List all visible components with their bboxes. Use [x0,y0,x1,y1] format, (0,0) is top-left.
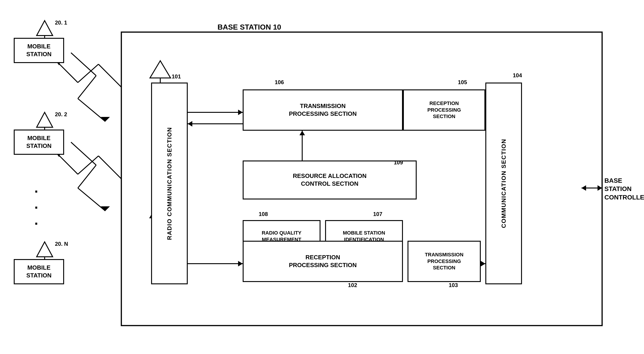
antenna-msN [36,241,54,259]
dots-left2: · [34,200,38,215]
tx-proc-top-box: TRANSMISSION PROCESSING SECTION [243,89,403,131]
resource-alloc-label: RESOURCE ALLOCATION CONTROL SECTION [293,172,366,188]
ref-106: 106 [275,79,284,86]
svg-marker-38 [481,261,485,266]
svg-marker-4 [101,117,110,121]
antenna-ms2 [36,111,54,129]
tx-proc-bot-box: TRANSMISSION PROCESSING SECTION [408,241,481,282]
radio-comm-label: RADIO COMMUNICATION SECTION [166,127,173,240]
diagram: BASE STATION 10 BASE STATION CONTROLLER … [0,0,644,354]
svg-line-14 [78,156,98,174]
svg-line-11 [78,188,105,211]
antenna-base-top [149,60,172,83]
svg-line-10 [78,165,96,188]
mobile-station-1: MOBILE STATION [14,38,64,63]
svg-marker-18 [238,110,243,115]
svg-marker-42 [598,185,602,191]
rx-proc-top-label: RECEPTION PROCESSING SECTION [428,100,461,120]
ref-103: 103 [449,282,458,288]
ref-102: 102 [348,282,357,288]
resource-alloc-box: RESOURCE ALLOCATION CONTROL SECTION [243,160,417,200]
mobile-station-2: MOBILE STATION [14,129,64,155]
svg-marker-43 [582,185,586,191]
tx-proc-bot-label: TRANSMISSION PROCESSING SECTION [425,252,464,271]
svg-marker-20 [188,121,192,127]
msN-number: 20. N [55,241,68,247]
comm-section-label: COMMUNICATION SECTION [500,139,507,228]
ms2-number: 20. 2 [55,111,67,118]
tx-proc-top-label: TRANSMISSION PROCESSING SECTION [289,102,357,118]
dots-left: · [34,184,39,199]
rx-proc-bot-box: RECEPTION PROCESSING SECTION [243,241,403,282]
ref-104: 104 [513,72,522,79]
svg-marker-24 [300,131,305,135]
ms2-label: MOBILE STATION [26,134,52,150]
svg-line-7 [55,60,78,83]
base-station-controller-label: BASE STATION CONTROLLER [604,176,644,202]
ref-105: 105 [458,79,467,86]
svg-line-6 [78,64,98,83]
ref-109: 109 [394,159,403,166]
ref-101: 101 [172,73,181,80]
mobile-station-N: MOBILE STATION [14,259,64,284]
svg-marker-54 [37,242,53,257]
dots-left3: · [34,216,38,231]
comm-section-box: COMMUNICATION SECTION [485,83,522,284]
radio-comm-box: RADIO COMMUNICATION SECTION [151,83,188,284]
svg-marker-46 [37,21,53,36]
svg-line-3 [78,99,105,121]
rx-proc-bot-label: RECEPTION PROCESSING SECTION [289,254,357,269]
msN-label: MOBILE STATION [26,264,52,279]
svg-line-5 [98,64,121,87]
ref-107: 107 [373,211,382,217]
svg-line-15 [55,151,78,174]
svg-line-13 [98,156,121,179]
base-station-label: BASE STATION 10 [218,23,281,31]
rx-proc-top-box: RECEPTION PROCESSING SECTION [403,89,485,131]
svg-marker-50 [150,61,170,78]
bsc-line1: BASE STATION CONTROLLER [604,177,644,201]
svg-line-1 [71,53,96,76]
svg-marker-34 [238,261,243,266]
ref-108: 108 [259,211,268,217]
antenna-ms1 [36,20,54,38]
svg-marker-12 [101,206,110,211]
ms1-number: 20. 1 [55,20,67,26]
ms1-label: MOBILE STATION [26,43,52,58]
svg-line-2 [78,76,96,99]
svg-line-9 [71,142,96,165]
svg-marker-48 [37,112,53,127]
